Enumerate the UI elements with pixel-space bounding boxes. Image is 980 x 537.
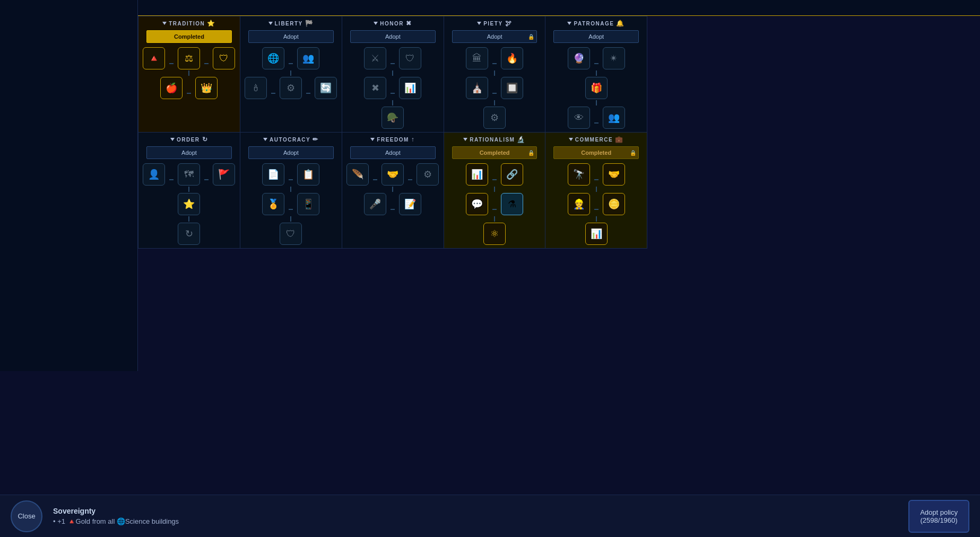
policy-node[interactable]: ⚗: [501, 193, 523, 215]
adopt-btn-honor[interactable]: Adopt: [350, 30, 436, 43]
policy-node[interactable]: 🎤: [364, 193, 386, 215]
header-text-commerce: COMMERCE: [575, 137, 613, 143]
policy-node[interactable]: 🛡: [280, 223, 302, 245]
policy-node[interactable]: ⚛: [483, 223, 506, 245]
adopt-btn-tradition[interactable]: Completed: [146, 30, 232, 43]
policy-node[interactable]: 🪙: [603, 193, 625, 215]
policy-node[interactable]: 🪖: [381, 107, 404, 129]
connector-v: [392, 71, 393, 76]
connector-h: [594, 122, 599, 124]
header-rationalism: RATIONALISM🔬: [446, 136, 543, 143]
policy-node[interactable]: 📄: [262, 163, 284, 186]
tree-piety: 🏛🔥⛪🔲⚙: [446, 47, 543, 129]
connector-h: [289, 179, 293, 180]
tree-patronage: 🔮✴🎁👁👥: [548, 47, 645, 129]
policy-node[interactable]: ⚙: [417, 163, 439, 186]
header-honor: HONOR✖: [344, 20, 441, 27]
policy-node[interactable]: ⚙: [483, 107, 506, 129]
policy-node[interactable]: 👁: [568, 107, 590, 129]
policy-node[interactable]: 📝: [399, 193, 421, 215]
policy-node[interactable]: ✖: [364, 77, 386, 99]
dropdown-arrow-icon: [477, 22, 481, 25]
adopt-btn-liberty[interactable]: Adopt: [248, 30, 334, 43]
policy-node[interactable]: 🍎: [160, 77, 183, 99]
policy-node[interactable]: 🤝: [603, 163, 625, 186]
policy-node[interactable]: 🗺: [178, 163, 200, 186]
policy-node[interactable]: 📊: [399, 77, 421, 99]
policy-node[interactable]: 🕯: [245, 77, 267, 99]
node-row: 👤🗺🚩: [143, 163, 235, 186]
adopt-btn-freedom[interactable]: Adopt: [350, 146, 436, 159]
policy-node[interactable]: ⚔: [364, 47, 386, 69]
policy-node[interactable]: ⭐: [178, 193, 200, 215]
policy-node[interactable]: 🏅: [262, 193, 284, 215]
connector-v: [392, 187, 393, 192]
dropdown-arrow-icon: [374, 22, 378, 25]
connector-h: [492, 179, 497, 180]
policy-node[interactable]: ⛪: [466, 77, 488, 99]
policy-node[interactable]: 🤝: [381, 163, 404, 186]
node-row: 👁👥: [568, 107, 625, 129]
policy-node[interactable]: ⚖: [178, 47, 200, 69]
adopt-btn-autocracy[interactable]: Adopt: [248, 146, 334, 159]
bullet: •: [53, 517, 56, 525]
policy-node[interactable]: 👥: [297, 47, 319, 69]
lock-icon: 🔒: [528, 34, 534, 40]
connector-v: [188, 187, 189, 192]
policy-node[interactable]: 🎁: [585, 77, 608, 99]
policy-node[interactable]: ✴: [603, 47, 625, 69]
cell-freedom: FREEDOM↑Adopt🪶🤝⚙🎤📝: [342, 133, 444, 249]
close-button[interactable]: Close: [11, 500, 42, 532]
policy-node[interactable]: 🔲: [501, 77, 523, 99]
policy-node[interactable]: 📊: [585, 223, 608, 245]
policy-node[interactable]: 🏛: [466, 47, 488, 69]
policy-node[interactable]: 👥: [603, 107, 625, 129]
connector-v: [596, 216, 597, 222]
adopt-policy-button[interactable]: Adopt policy (2598/1960): [908, 500, 969, 533]
policy-node[interactable]: 💬: [466, 193, 488, 215]
adopt-btn-order[interactable]: Adopt: [146, 146, 232, 159]
policy-node[interactable]: 🔄: [315, 77, 337, 99]
policy-node[interactable]: 📱: [297, 193, 319, 215]
adopt-btn-piety[interactable]: Adopt🔒: [452, 30, 537, 43]
lock-icon: 🔒: [630, 150, 636, 156]
node-row: 📊🔗: [466, 163, 523, 186]
policy-node[interactable]: 🌐: [262, 47, 284, 69]
policy-node[interactable]: 🔭: [568, 163, 590, 186]
connector-h: [289, 209, 293, 210]
connector-h: [408, 179, 412, 180]
policy-grid-wrapper: TRADITION⭐Completed🔺⚖🛡🍎👑LIBERTY🏁Adopt🌐👥🕯…: [138, 16, 647, 249]
policy-node[interactable]: 📋: [297, 163, 319, 186]
adopt-btn-patronage[interactable]: Adopt: [553, 30, 639, 43]
policy-node[interactable]: 🛡: [213, 47, 235, 69]
policy-node[interactable]: 🔮: [568, 47, 590, 69]
policy-node[interactable]: 🛡: [399, 47, 421, 69]
node-row: ⚙: [483, 107, 506, 129]
header-icon-order: ↻: [202, 136, 209, 143]
policy-node[interactable]: 🚩: [213, 163, 235, 186]
tree-rationalism: 📊🔗💬⚗⚛: [446, 163, 543, 245]
connector-v: [188, 71, 189, 76]
policy-node[interactable]: 👤: [143, 163, 165, 186]
cell-honor: HONOR✖Adopt⚔🛡✖📊🪖: [342, 16, 444, 133]
tree-tradition: 🔺⚖🛡🍎👑: [141, 47, 238, 99]
policy-node[interactable]: ↻: [178, 223, 200, 245]
header-piety: PIETY🕊: [446, 20, 543, 27]
policy-node[interactable]: 👷: [568, 193, 590, 215]
policy-node[interactable]: 🔥: [501, 47, 523, 69]
adopt-btn-commerce[interactable]: Completed🔒: [553, 146, 639, 159]
policy-node[interactable]: ⚙: [280, 77, 302, 99]
connector-h: [492, 63, 497, 64]
policy-node[interactable]: 🪶: [346, 163, 369, 186]
cell-commerce: COMMERCE💼Completed🔒🔭🤝👷🪙📊: [545, 133, 647, 249]
node-row: 🪖: [381, 107, 404, 129]
policy-node[interactable]: 🔗: [501, 163, 523, 186]
policy-node[interactable]: 📊: [466, 163, 488, 186]
dropdown-arrow-icon: [170, 138, 175, 141]
policy-node[interactable]: 🔺: [143, 47, 165, 69]
adopt-btn-rationalism[interactable]: Completed🔒: [452, 146, 537, 159]
header-text-piety: PIETY: [483, 21, 502, 27]
policy-node[interactable]: 👑: [195, 77, 218, 99]
header-icon-tradition: ⭐: [207, 20, 216, 27]
connector-v: [596, 100, 597, 105]
